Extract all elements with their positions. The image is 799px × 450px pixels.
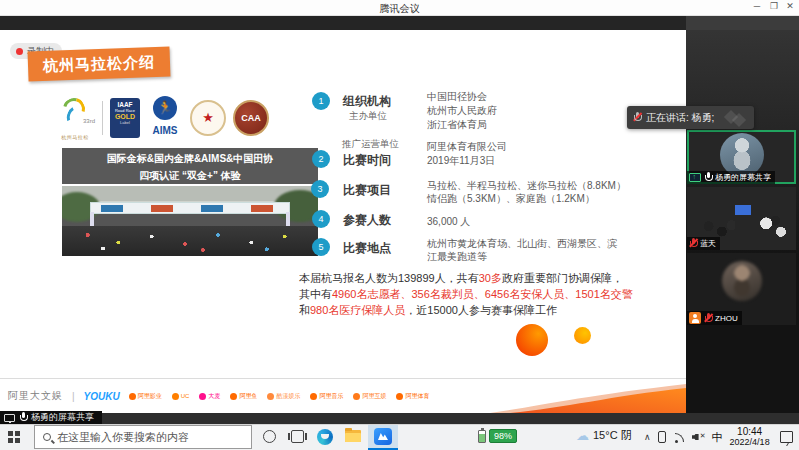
maximize-button[interactable]: ❐ bbox=[766, 1, 782, 11]
item-5-number: 5 bbox=[312, 238, 330, 256]
item-1-number: 1 bbox=[312, 92, 330, 110]
item-1-value: 阿里体育有限公司 bbox=[427, 140, 507, 154]
window-title: 腾讯会议 bbox=[0, 2, 799, 16]
avatar bbox=[722, 261, 762, 301]
item-1-value: 中国田径协会 bbox=[427, 90, 487, 104]
highlight-text: 30多 bbox=[479, 272, 502, 284]
clock-date: 2022/4/18 bbox=[730, 437, 770, 447]
partner-logo: 阿里体育 bbox=[396, 392, 429, 401]
speaking-toast: 正在讲话: 杨勇; bbox=[627, 106, 754, 129]
phone-tray-icon[interactable] bbox=[658, 431, 666, 443]
logo-icon bbox=[199, 393, 206, 400]
partner-logo: 大麦 bbox=[199, 392, 220, 401]
partner-logo: 酷漾娱乐 bbox=[267, 392, 300, 401]
partner-logo: UC bbox=[172, 393, 190, 400]
item-1-sub2: 推广运营单位 bbox=[342, 138, 399, 151]
minimize-button[interactable]: ─ bbox=[749, 1, 765, 11]
screen-share-icon bbox=[689, 173, 701, 182]
logo-label: 阿里体育 bbox=[405, 392, 429, 401]
ali-entertainment-logo: 阿里大文娱 bbox=[8, 389, 63, 403]
task-view-button[interactable] bbox=[291, 430, 304, 443]
slide-title: 杭州马拉松介绍 bbox=[43, 53, 156, 76]
muted-speaker-icon[interactable] bbox=[692, 431, 705, 443]
edge-browser-icon[interactable] bbox=[317, 429, 333, 445]
item-4-value: 36,000 人 bbox=[427, 215, 470, 229]
weather-text: 15°C 阴 bbox=[593, 428, 632, 443]
partner-logo: 阿里音乐 bbox=[310, 392, 343, 401]
logo-icon bbox=[129, 393, 136, 400]
tencent-meeting-icon bbox=[374, 428, 392, 445]
certification-badges: 33rd 杭州马拉松 IAAF Road Race GOLD Label 🏃 A… bbox=[55, 92, 285, 144]
hangzhou-marathon-logo-icon: 33rd 杭州马拉松 bbox=[55, 94, 95, 142]
logo-icon bbox=[353, 393, 360, 400]
shared-slide: 录制中 杭州马拉松介绍 33rd 杭州马拉松 IAAF Road Race GO… bbox=[0, 30, 686, 413]
body-text: 和 bbox=[299, 304, 310, 316]
logo-label: 阿里互娱 bbox=[362, 392, 386, 401]
logo-label: 阿里音乐 bbox=[319, 392, 343, 401]
logo-label: 酷漾娱乐 bbox=[276, 392, 300, 401]
search-placeholder: 在这里输入你要搜索的内容 bbox=[57, 430, 189, 445]
statistics-paragraph: 本届杭马报名人数为139899人，共有30多政府重要部门协调保障，其中有4960… bbox=[299, 270, 633, 318]
item-3-value: 情侣跑（5.3KM）、家庭跑（1.2KM） bbox=[427, 192, 595, 206]
video-tile-lantian[interactable]: 蓝天 bbox=[687, 187, 796, 250]
tencent-meeting-window: 腾讯会议 ─ ❐ ✕ 录制中 杭州马拉松介绍 33rd 杭州马拉松 IAAF R… bbox=[0, 0, 799, 450]
recording-dot-icon bbox=[16, 48, 23, 55]
window-titlebar: 腾讯会议 ─ ❐ ✕ bbox=[0, 0, 799, 16]
participant-name: 蓝天 bbox=[700, 238, 716, 249]
taskbar-clock[interactable]: 10:44 2022/4/18 bbox=[730, 427, 770, 447]
item-1-value: 浙江省体育局 bbox=[427, 118, 487, 132]
taskbar-search-input[interactable]: 在这里输入你要搜索的内容 bbox=[34, 425, 252, 449]
mic-icon bbox=[704, 172, 712, 183]
muted-mic-icon bbox=[704, 313, 712, 324]
cortana-button[interactable] bbox=[263, 430, 276, 443]
tencent-meeting-taskbar-item[interactable] bbox=[368, 425, 398, 450]
partner-logo: 阿里互娱 bbox=[353, 392, 386, 401]
body-text: ，近15000人参与赛事保障工作 bbox=[405, 304, 557, 316]
weather-widget[interactable]: ☁ 15°C 阴 bbox=[576, 428, 632, 443]
marathon-start-photo bbox=[62, 186, 318, 256]
speaker-mic-icon bbox=[633, 112, 641, 123]
item-5-value: 杭州市黄龙体育场、北山街、西湖景区、滨 bbox=[427, 237, 617, 251]
logo-icon bbox=[310, 393, 317, 400]
video-tile-yangyong[interactable]: 杨勇的屏幕共享 bbox=[687, 130, 796, 184]
item-2-value: 2019年11月3日 bbox=[427, 154, 495, 168]
item-4-label: 参赛人数 bbox=[343, 212, 391, 229]
logo-label: 阿里影业 bbox=[138, 392, 162, 401]
china-athletics-badge: ★ bbox=[190, 100, 226, 136]
item-5-value: 江最美跑道等 bbox=[427, 250, 487, 264]
aims-globe-icon: 🏃 bbox=[153, 96, 177, 120]
highlight-text: 980名医疗保障人员 bbox=[310, 304, 405, 316]
participant-name: 杨勇的屏幕共享 bbox=[715, 172, 771, 183]
item-3-value: 马拉松、半程马拉松、迷你马拉松（8.8KM） bbox=[427, 179, 626, 193]
action-center-icon[interactable] bbox=[780, 431, 793, 443]
item-1-value: 杭州市人民政府 bbox=[427, 104, 497, 118]
highlight-text: 4960名志愿者、356名裁判员、6456名安保人员、1501名交警 bbox=[332, 288, 633, 300]
caa-badge: CAA bbox=[233, 100, 269, 136]
close-button[interactable]: ✕ bbox=[782, 1, 798, 11]
item-2-number: 2 bbox=[312, 150, 330, 168]
item-3-number: 3 bbox=[311, 180, 329, 198]
battery-indicator[interactable]: 98% bbox=[478, 429, 517, 443]
logo-icon bbox=[396, 393, 403, 400]
battery-icon bbox=[478, 430, 486, 443]
screen-share-status-label: 杨勇的屏幕共享 bbox=[31, 411, 94, 424]
start-button[interactable] bbox=[8, 431, 20, 443]
system-tray: ∧ 中 10:44 2022/4/18 bbox=[644, 427, 793, 447]
video-tile-zhou[interactable]: ZHOU bbox=[687, 253, 796, 325]
orange-circle-decoration bbox=[574, 327, 591, 344]
item-4-number: 4 bbox=[312, 210, 330, 228]
logo-label: UC bbox=[181, 393, 190, 399]
search-icon bbox=[43, 433, 51, 441]
network-signal-icon[interactable] bbox=[673, 431, 685, 443]
iaaf-gold-label-badge: IAAF Road Race GOLD Label bbox=[110, 98, 140, 138]
divider bbox=[102, 101, 103, 135]
meeting-top-strip bbox=[0, 16, 799, 30]
tray-expand-chevron[interactable]: ∧ bbox=[644, 432, 651, 442]
slide-title-banner: 杭州马拉松介绍 bbox=[28, 47, 171, 82]
cloud-icon: ☁ bbox=[576, 428, 589, 443]
item-5-label: 比赛地点 bbox=[343, 240, 391, 257]
item-3-label: 比赛项目 bbox=[343, 182, 391, 199]
file-explorer-icon[interactable] bbox=[345, 430, 361, 442]
ime-indicator[interactable]: 中 bbox=[712, 430, 723, 445]
clock-time: 10:44 bbox=[730, 427, 770, 437]
